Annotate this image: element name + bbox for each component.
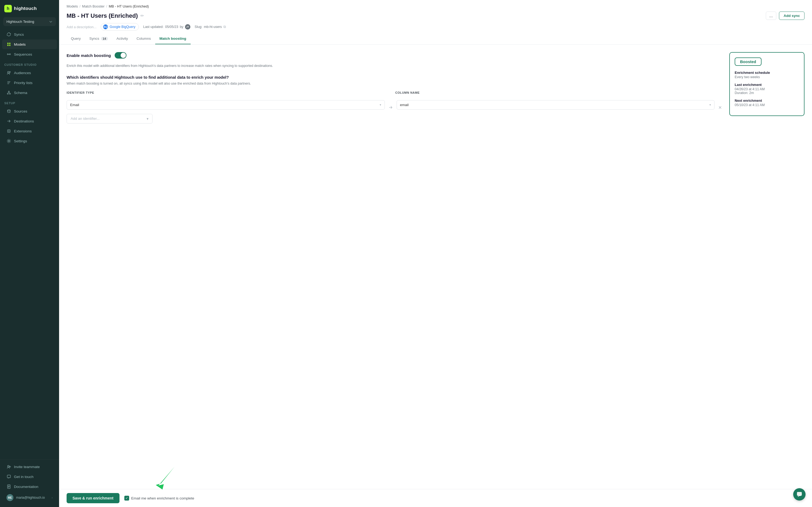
- avatar: ME: [6, 494, 13, 501]
- sidebar-label-syncs: Syncs: [14, 33, 24, 37]
- enrichment-schedule-label: Enrichment schedule: [735, 71, 799, 75]
- sidebar-item-extensions[interactable]: Extensions: [2, 126, 57, 136]
- last-updated: Last updated: 05/05/23 by JT: [143, 24, 190, 30]
- checkbox-checked-icon: ✓: [124, 496, 129, 501]
- svg-rect-21: [7, 475, 10, 478]
- tab-columns[interactable]: Columns: [132, 35, 155, 44]
- docs-icon: [6, 484, 11, 489]
- sidebar-label-models: Models: [14, 43, 26, 47]
- chevron-right-icon: ›: [52, 496, 53, 499]
- identifiers-title: Which identifiers should Hightouch use t…: [67, 75, 723, 79]
- email-checkbox-row[interactable]: ✓ Email me when enrichment is complete: [124, 496, 194, 501]
- sources-icon: [6, 109, 11, 114]
- enable-row: Enable match boosting: [67, 52, 723, 59]
- updater-avatar: JT: [185, 24, 190, 30]
- destinations-icon: [6, 119, 11, 123]
- svg-point-8: [9, 71, 10, 72]
- sidebar-item-destinations[interactable]: Destinations: [2, 116, 57, 126]
- user-email: maria@hightouch.io: [16, 496, 49, 500]
- column-name-col: email ▾: [397, 100, 715, 110]
- invite-icon: [6, 464, 11, 469]
- schema-icon: [6, 90, 11, 95]
- tab-syncs[interactable]: Syncs 14: [85, 35, 112, 44]
- slug-value: mb-ht-users: [204, 25, 222, 29]
- topbar: Models / Match Booster / MB - HT Users (…: [59, 0, 812, 45]
- next-enrichment-date: 05/10/23 at 4:11 AM: [735, 103, 799, 107]
- sequences-icon: [6, 52, 11, 57]
- email-checkbox-label: Email me when enrichment is complete: [131, 496, 194, 500]
- main-panel: Models / Match Booster / MB - HT Users (…: [59, 0, 812, 507]
- sidebar-label-schema: Schema: [14, 91, 27, 95]
- svg-point-5: [9, 54, 10, 55]
- svg-point-12: [8, 91, 9, 92]
- toggle-knob: [121, 53, 126, 58]
- chat-bubble-icon: [797, 492, 802, 497]
- slug-row: Slug: mb-ht-users ⧉: [195, 25, 226, 29]
- priority-icon: [6, 80, 11, 85]
- copy-slug-button[interactable]: ⧉: [223, 25, 226, 29]
- tab-match-boosting[interactable]: Match boosting: [155, 35, 191, 44]
- boosted-badge: Boosted: [735, 57, 761, 66]
- column-name-select[interactable]: email ▾: [397, 100, 715, 110]
- user-row[interactable]: ME maria@hightouch.io ›: [2, 492, 57, 504]
- sidebar-item-documentation[interactable]: Documentation: [2, 482, 57, 492]
- sidebar-item-schema[interactable]: Schema: [2, 88, 57, 98]
- sidebar-label-sequences: Sequences: [14, 52, 32, 56]
- bottom-bar: Save & run enrichment ✓ Email me when en…: [59, 489, 812, 507]
- sidebar-item-syncs[interactable]: Syncs: [2, 30, 57, 39]
- logo-text: hightouch: [14, 6, 37, 11]
- customer-studio-section: CUSTOMER STUDIO: [0, 59, 59, 68]
- breadcrumb-match-booster[interactable]: Match Booster: [82, 4, 105, 8]
- page-title: MB - HT Users (Enriched): [67, 12, 138, 19]
- sidebar-item-sources[interactable]: Sources: [2, 106, 57, 116]
- save-run-button[interactable]: Save & run enrichment: [67, 493, 119, 503]
- tabs: Query Syncs 14 Activity Columns Match bo…: [67, 35, 805, 44]
- sidebar-item-invite[interactable]: Invite teammate: [2, 462, 57, 471]
- workspace-selector[interactable]: Hightouch Testing: [3, 17, 56, 26]
- enable-toggle[interactable]: [115, 52, 126, 59]
- content-sidebar: Boosted Enrichment schedule Every two we…: [729, 52, 805, 482]
- identifier-type-select[interactable]: Email ▾: [67, 100, 385, 110]
- chevron-down-icon: [49, 20, 53, 23]
- more-options-button[interactable]: ...: [766, 11, 776, 20]
- sidebar-item-get-in-touch[interactable]: Get in touch: [2, 472, 57, 482]
- sidebar-item-audiences[interactable]: Audiences: [2, 68, 57, 77]
- source-badge[interactable]: BQ Google BigQuery: [101, 23, 139, 31]
- updated-by-label: by: [180, 25, 183, 29]
- sidebar-item-settings[interactable]: Settings: [2, 136, 57, 146]
- enrichment-schedule-block: Enrichment schedule Every two weeks: [735, 71, 799, 79]
- sidebar-label-sources: Sources: [14, 109, 27, 113]
- logo: h hightouch: [0, 0, 59, 17]
- tab-query[interactable]: Query: [67, 35, 85, 44]
- edit-icon[interactable]: ✏: [140, 13, 144, 18]
- sidebar-item-models[interactable]: Models: [2, 40, 57, 49]
- identifier-type-col: Email ▾: [67, 100, 385, 110]
- models-icon: [6, 42, 11, 47]
- svg-point-17: [7, 110, 10, 111]
- add-identifier-placeholder: Add an identifier...: [71, 117, 100, 121]
- header-actions: ... Add sync: [766, 11, 805, 20]
- sidebar-label-priority-lists: Priority lists: [14, 81, 33, 85]
- identifier-row-1: Email ▾ email ▾ ✕: [67, 99, 723, 111]
- sidebar-label-audiences: Audiences: [14, 71, 31, 75]
- svg-point-7: [7, 71, 9, 73]
- sidebar-item-sequences[interactable]: Sequences: [2, 49, 57, 59]
- tab-activity[interactable]: Activity: [112, 35, 132, 44]
- chat-button[interactable]: [793, 488, 806, 501]
- svg-point-13: [7, 93, 8, 94]
- extensions-icon: [6, 129, 11, 133]
- audiences-icon: [6, 70, 11, 75]
- chevron-down-icon: ▾: [380, 103, 381, 107]
- last-enrichment-label: Last enrichment: [735, 83, 799, 87]
- description-text[interactable]: Add a description...: [67, 25, 97, 29]
- breadcrumb: Models / Match Booster / MB - HT Users (…: [67, 4, 805, 8]
- breadcrumb-models[interactable]: Models: [67, 4, 78, 8]
- content-area: Enable match boosting Enrich this model …: [59, 45, 812, 489]
- add-sync-button[interactable]: Add sync: [779, 11, 805, 20]
- add-identifier-dropdown[interactable]: Add an identifier... ▾: [67, 114, 153, 123]
- col-name-header: COLUMN NAME: [395, 91, 712, 96]
- sidebar-label-settings: Settings: [14, 139, 27, 143]
- sidebar-item-priority-lists[interactable]: Priority lists: [2, 78, 57, 88]
- delete-identifier-button[interactable]: ✕: [717, 104, 723, 111]
- arrow-annotation-container: Save & run enrichment ✓ Email me when en…: [59, 489, 812, 507]
